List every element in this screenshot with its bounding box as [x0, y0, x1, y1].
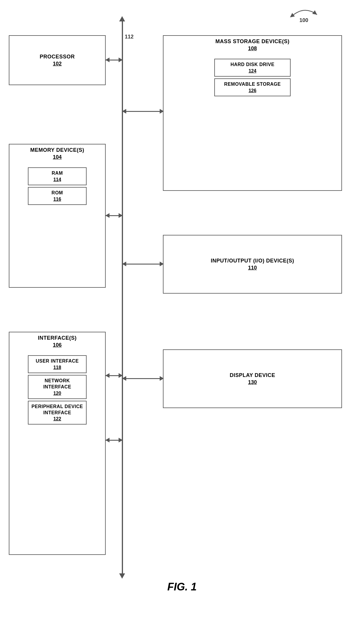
interfaces-box: INTERFACE(S) 106 USER INTERFACE 118 NETW…: [9, 332, 106, 555]
rom-label: ROM: [31, 190, 83, 196]
processor-box: PROCESSOR 102: [9, 35, 106, 85]
peripheral-interface-box: PERIPHERAL DEVICE INTERFACE 122: [28, 401, 87, 425]
mass-storage-title: MASS STORAGE DEVICE(S) 108: [164, 36, 341, 53]
ram-label: RAM: [31, 170, 83, 176]
arrow-user-interface: [106, 375, 122, 376]
rom-number: 116: [31, 197, 83, 202]
arrow-mass-storage: [122, 111, 164, 112]
memory-box: MEMORY DEVICE(S) 104 RAM 114 ROM 116: [9, 144, 106, 288]
arrow-io: [122, 264, 164, 265]
arrow-memory: [106, 215, 122, 216]
processor-number: 102: [53, 61, 62, 67]
removable-storage-box: REMOVABLE STORAGE 126: [214, 78, 291, 96]
network-interface-box: NETWORK INTERFACE 120: [28, 375, 87, 399]
hard-disk-number: 124: [218, 68, 287, 74]
bus-arrow-top: [119, 16, 125, 21]
diagram: 100 112 PROCESSOR 102 MASS STORAGE DEVIC…: [0, 0, 364, 602]
interfaces-title: INTERFACE(S) 106: [9, 332, 105, 349]
io-box: INPUT/OUTPUT (I/O) DEVICE(S) 110: [163, 235, 342, 294]
arrow-display: [122, 378, 164, 379]
peripheral-interface-label: PERIPHERAL DEVICE INTERFACE: [31, 404, 83, 416]
peripheral-interface-number: 122: [31, 416, 83, 422]
display-number: 130: [248, 379, 257, 385]
mass-storage-box: MASS STORAGE DEVICE(S) 108 HARD DISK DRI…: [163, 35, 342, 191]
arrow-processor: [106, 60, 122, 60]
user-interface-box: USER INTERFACE 118: [28, 355, 87, 373]
bus-line: [122, 21, 123, 573]
svg-text:100: 100: [299, 17, 308, 23]
ram-box: RAM 114: [28, 167, 87, 185]
display-box: DISPLAY DEVICE 130: [163, 349, 342, 408]
memory-title: MEMORY DEVICE(S) 104: [9, 144, 105, 161]
display-label: DISPLAY DEVICE: [230, 372, 275, 379]
bus-label: 112: [125, 34, 134, 40]
user-interface-label: USER INTERFACE: [31, 358, 83, 364]
io-number: 110: [248, 265, 257, 271]
rom-box: ROM 116: [28, 187, 87, 205]
ram-number: 114: [31, 177, 83, 182]
processor-label: PROCESSOR: [40, 53, 75, 60]
bus-arrow-bottom: [119, 573, 125, 579]
hard-disk-box: HARD DISK DRIVE 124: [214, 59, 291, 77]
removable-storage-label: REMOVABLE STORAGE: [218, 81, 287, 87]
removable-storage-number: 126: [218, 88, 287, 93]
user-interface-number: 118: [31, 365, 83, 370]
ref-100-label: 100: [288, 6, 323, 25]
arrow-network-interface: [106, 440, 122, 441]
figure-label: FIG. 1: [167, 581, 197, 593]
network-interface-number: 120: [31, 391, 83, 396]
network-interface-label: NETWORK INTERFACE: [31, 378, 83, 390]
hard-disk-label: HARD DISK DRIVE: [218, 62, 287, 68]
io-label: INPUT/OUTPUT (I/O) DEVICE(S): [211, 257, 294, 264]
